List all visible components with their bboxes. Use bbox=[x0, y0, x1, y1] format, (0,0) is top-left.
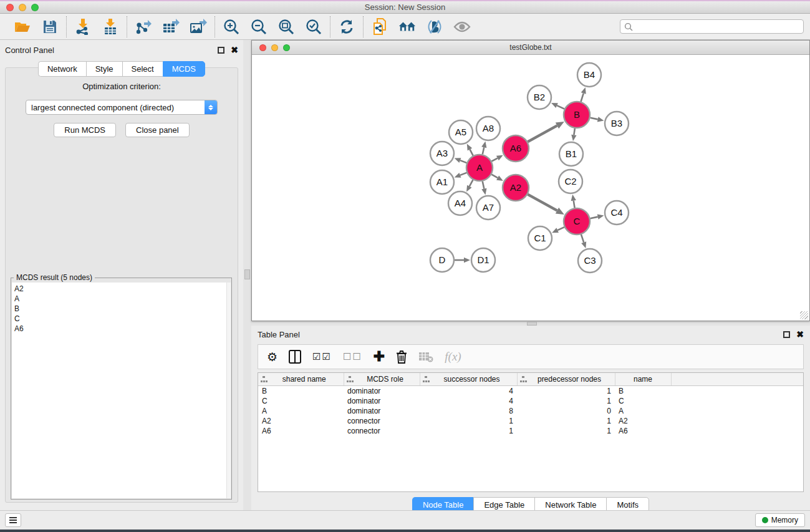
table-cell[interactable]: connector bbox=[344, 416, 420, 426]
table-cell[interactable]: 1 bbox=[517, 396, 615, 406]
table-row[interactable]: Bdominator41B bbox=[258, 386, 803, 396]
show-columns-icon[interactable] bbox=[289, 349, 301, 365]
graph-edge[interactable] bbox=[574, 128, 575, 135]
column-header[interactable]: shared name bbox=[258, 373, 344, 386]
hide-details-icon[interactable] bbox=[426, 18, 443, 36]
graph-edge[interactable] bbox=[483, 181, 485, 188]
graph-edge[interactable] bbox=[581, 235, 584, 243]
graph-edge[interactable] bbox=[581, 94, 584, 102]
table-cell[interactable]: B bbox=[258, 386, 344, 396]
criterion-dropdown[interactable]: largest connected component (directed) bbox=[26, 100, 218, 115]
table-cell[interactable]: A2 bbox=[615, 416, 671, 426]
table-cell[interactable] bbox=[671, 416, 803, 426]
graph-edge[interactable] bbox=[470, 149, 473, 155]
show-eye-icon[interactable] bbox=[453, 18, 471, 36]
float-panel-icon[interactable] bbox=[218, 47, 224, 54]
tab-network[interactable]: Network bbox=[38, 61, 86, 77]
result-list-scrollbar[interactable] bbox=[226, 283, 231, 498]
table-cell[interactable]: 1 bbox=[420, 426, 517, 436]
table-cell[interactable]: A2 bbox=[258, 416, 344, 426]
tab-mcds[interactable]: MCDS bbox=[163, 61, 205, 77]
table-cell[interactable] bbox=[671, 426, 803, 436]
graph-edge[interactable] bbox=[491, 175, 498, 178]
table-row[interactable]: Cdominator41C bbox=[258, 396, 803, 406]
zoom-selected-icon[interactable] bbox=[305, 18, 322, 36]
table-cell[interactable]: 1 bbox=[517, 426, 615, 436]
tab-select[interactable]: Select bbox=[122, 61, 163, 77]
network-canvas[interactable]: AA6A2BCA5A8A3A1A4A7B4B2B3B1C2C4C1C3DD1 bbox=[252, 55, 809, 321]
mcds-result-list[interactable]: A2ABCA6 bbox=[12, 283, 231, 498]
unselect-all-columns-icon[interactable]: ☐☐ bbox=[343, 349, 362, 365]
graph-edge[interactable] bbox=[470, 180, 473, 186]
mcds-result-item[interactable]: B bbox=[14, 304, 231, 314]
close-panel-button[interactable]: Close panel bbox=[125, 123, 190, 137]
graph-edge[interactable] bbox=[491, 158, 497, 162]
table-cell[interactable] bbox=[671, 406, 803, 416]
mcds-result-item[interactable]: A6 bbox=[14, 324, 231, 334]
graph-edge[interactable] bbox=[483, 147, 485, 154]
tab-style[interactable]: Style bbox=[86, 61, 122, 77]
run-mcds-button[interactable]: Run MCDS bbox=[54, 123, 116, 137]
table-cell[interactable]: A bbox=[258, 406, 344, 416]
create-column-icon[interactable]: ✚ bbox=[374, 349, 385, 365]
table-cell[interactable] bbox=[671, 386, 803, 396]
close-panel-icon[interactable]: ✖ bbox=[231, 47, 238, 54]
table-cell[interactable]: C bbox=[615, 396, 671, 406]
zoom-fit-icon[interactable] bbox=[277, 18, 295, 36]
column-header[interactable]: successor nodes bbox=[420, 373, 517, 386]
table-cell[interactable]: C bbox=[258, 396, 344, 406]
zoom-out-icon[interactable] bbox=[250, 18, 268, 36]
memory-button[interactable]: Memory bbox=[755, 513, 805, 527]
mcds-result-item[interactable]: A bbox=[14, 294, 231, 304]
graph-edge[interactable] bbox=[460, 160, 467, 163]
close-table-panel-icon[interactable]: ✖ bbox=[796, 331, 804, 338]
column-header[interactable]: MCDS role bbox=[344, 373, 420, 386]
graph-edge[interactable] bbox=[528, 195, 557, 211]
zoom-in-icon[interactable] bbox=[223, 18, 240, 36]
table-cell[interactable]: 8 bbox=[420, 406, 517, 416]
export-network-icon[interactable] bbox=[135, 18, 152, 36]
table-cell[interactable]: 0 bbox=[517, 406, 615, 416]
graph-edge[interactable] bbox=[590, 217, 597, 219]
table-row[interactable]: A6connector11A6 bbox=[258, 426, 803, 436]
table-cell[interactable]: 4 bbox=[420, 386, 517, 396]
table-cell[interactable]: connector bbox=[344, 426, 420, 436]
import-table-icon[interactable] bbox=[102, 18, 119, 36]
search-box[interactable] bbox=[620, 19, 804, 34]
delete-column-icon[interactable] bbox=[396, 349, 407, 365]
open-session-icon[interactable] bbox=[14, 18, 31, 36]
table-cell[interactable] bbox=[671, 396, 803, 406]
column-header[interactable]: predecessor nodes bbox=[517, 373, 615, 386]
float-table-panel-icon[interactable] bbox=[783, 331, 790, 338]
task-history-button[interactable] bbox=[5, 513, 21, 527]
table-cell[interactable]: dominator bbox=[344, 386, 420, 396]
home-neighbors-icon[interactable] bbox=[398, 18, 416, 36]
table-cell[interactable]: 4 bbox=[420, 396, 517, 406]
network-window-titlebar[interactable]: testGlobe.txt bbox=[252, 41, 809, 55]
window-resize-grip[interactable] bbox=[800, 311, 808, 319]
graph-edge[interactable] bbox=[528, 125, 557, 142]
graph-edge[interactable] bbox=[557, 227, 564, 230]
mcds-result-item[interactable]: A2 bbox=[14, 284, 231, 294]
export-image-icon[interactable] bbox=[190, 18, 207, 36]
search-input[interactable] bbox=[633, 22, 799, 31]
table-cell[interactable]: dominator bbox=[344, 406, 420, 416]
graph-edge[interactable] bbox=[557, 105, 564, 109]
table-cell[interactable]: A bbox=[615, 406, 671, 416]
table-settings-icon[interactable]: ⚙ bbox=[267, 349, 277, 365]
network-from-selection-icon[interactable] bbox=[371, 18, 388, 36]
table-row[interactable]: A2connector11A2 bbox=[258, 416, 803, 426]
table-cell[interactable]: dominator bbox=[344, 396, 420, 406]
export-table-icon[interactable] bbox=[162, 18, 180, 36]
table-cell[interactable]: A6 bbox=[258, 426, 344, 436]
vertical-splitter-handle[interactable] bbox=[244, 269, 250, 279]
save-session-icon[interactable] bbox=[41, 18, 59, 36]
graph-edge[interactable] bbox=[460, 173, 467, 175]
select-all-columns-icon[interactable]: ☑☑ bbox=[312, 349, 332, 365]
table-cell[interactable]: 1 bbox=[420, 416, 517, 426]
table-row[interactable]: Adominator80A bbox=[258, 406, 803, 416]
graph-edge[interactable] bbox=[590, 118, 597, 120]
table-cell[interactable]: 1 bbox=[517, 416, 615, 426]
refresh-icon[interactable] bbox=[338, 18, 355, 36]
import-network-icon[interactable] bbox=[74, 18, 92, 36]
